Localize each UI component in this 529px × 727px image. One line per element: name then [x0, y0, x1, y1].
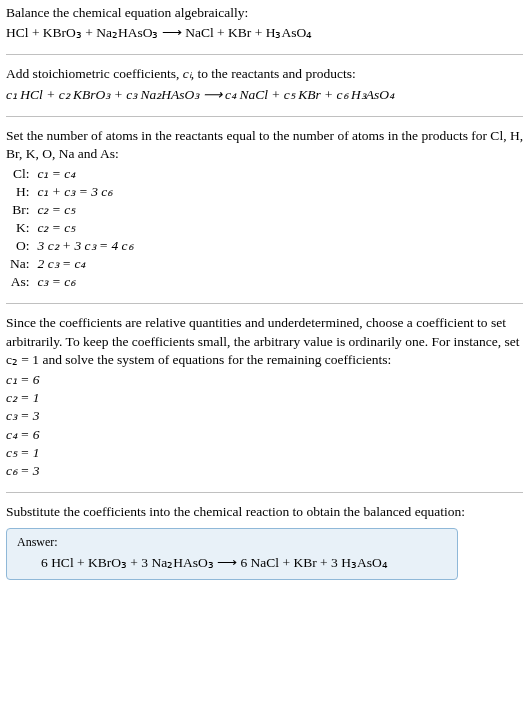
- atom-equation: 3 c₂ + 3 c₃ = 4 c₆: [34, 237, 137, 255]
- coef-value: c₃ = 3: [6, 407, 523, 425]
- step-system: Set the number of atoms in the reactants…: [6, 127, 523, 291]
- answer-box: Answer: 6 HCl + KBrO₃ + 3 Na₂HAsO₃ ⟶ 6 N…: [6, 528, 458, 580]
- atom-equation: 2 c₃ = c₄: [34, 255, 137, 273]
- table-row: As: c₃ = c₆: [6, 273, 137, 291]
- coef-value: c₁ = 6: [6, 371, 523, 389]
- atom-label: H:: [6, 183, 34, 201]
- atom-label: O:: [6, 237, 34, 255]
- coef-value: c₄ = 6: [6, 426, 523, 444]
- coef-list: c₁ = 6 c₂ = 1 c₃ = 3 c₄ = 6 c₅ = 1 c₆ = …: [6, 371, 523, 480]
- step1-equation: HCl + KBrO₃ + Na₂HAsO₃ ⟶ NaCl + KBr + H₃…: [6, 24, 523, 42]
- step4-text: Since the coefficients are relative quan…: [6, 314, 523, 369]
- table-row: H: c₁ + c₃ = 3 c₆: [6, 183, 137, 201]
- atom-equation: c₂ = c₅: [34, 219, 137, 237]
- table-row: O: 3 c₂ + 3 c₃ = 4 c₆: [6, 237, 137, 255]
- answer-equation: 6 HCl + KBrO₃ + 3 Na₂HAsO₃ ⟶ 6 NaCl + KB…: [17, 554, 447, 571]
- step-substitute: Substitute the coefficients into the che…: [6, 503, 523, 579]
- table-row: K: c₂ = c₅: [6, 219, 137, 237]
- table-row: Br: c₂ = c₅: [6, 201, 137, 219]
- step-coefficients: Add stoichiometric coefficients, cᵢ, to …: [6, 65, 523, 103]
- step-balance: Balance the chemical equation algebraica…: [6, 4, 523, 42]
- atom-equation: c₃ = c₆: [34, 273, 137, 291]
- step1-text: Balance the chemical equation algebraica…: [6, 4, 523, 22]
- step2-equation: c₁ HCl + c₂ KBrO₃ + c₃ Na₂HAsO₃ ⟶ c₄ NaC…: [6, 86, 523, 104]
- ci-symbol: cᵢ: [183, 66, 191, 81]
- separator: [6, 54, 523, 55]
- step2-text-before: Add stoichiometric coefficients,: [6, 66, 183, 81]
- table-row: Na: 2 c₃ = c₄: [6, 255, 137, 273]
- atom-label: Cl:: [6, 165, 34, 183]
- coef-value: c₆ = 3: [6, 462, 523, 480]
- atom-equation: c₁ + c₃ = 3 c₆: [34, 183, 137, 201]
- atom-label: Na:: [6, 255, 34, 273]
- step-solve: Since the coefficients are relative quan…: [6, 314, 523, 480]
- separator: [6, 303, 523, 304]
- atom-label: Br:: [6, 201, 34, 219]
- coef-value: c₅ = 1: [6, 444, 523, 462]
- separator: [6, 492, 523, 493]
- step3-text: Set the number of atoms in the reactants…: [6, 127, 523, 163]
- atom-label: As:: [6, 273, 34, 291]
- table-row: Cl: c₁ = c₄: [6, 165, 137, 183]
- step2-text-after: , to the reactants and products:: [191, 66, 356, 81]
- step5-text: Substitute the coefficients into the che…: [6, 503, 523, 521]
- atom-equation: c₂ = c₅: [34, 201, 137, 219]
- coef-value: c₂ = 1: [6, 389, 523, 407]
- answer-label: Answer:: [17, 535, 447, 550]
- atom-label: K:: [6, 219, 34, 237]
- separator: [6, 116, 523, 117]
- step2-text: Add stoichiometric coefficients, cᵢ, to …: [6, 65, 523, 83]
- atom-equations-table: Cl: c₁ = c₄ H: c₁ + c₃ = 3 c₆ Br: c₂ = c…: [6, 165, 137, 291]
- atom-equation: c₁ = c₄: [34, 165, 137, 183]
